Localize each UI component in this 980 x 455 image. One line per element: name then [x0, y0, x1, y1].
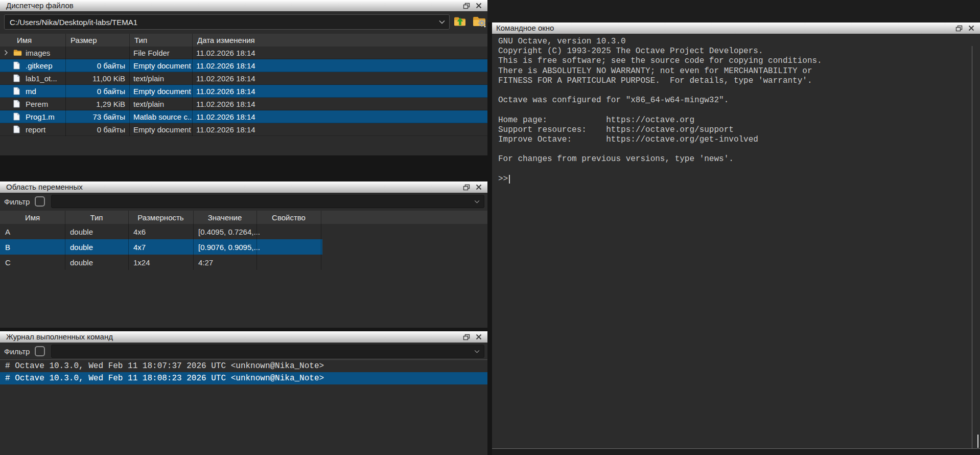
column-divider[interactable]: [192, 34, 193, 136]
command-history-dock: Журнал выполненных команд Фильтр # Octav…: [0, 331, 487, 455]
undock-button[interactable]: [460, 1, 473, 10]
history-entry[interactable]: # Octave 10.3.0, Wed Feb 11 18:08:23 202…: [0, 372, 487, 384]
column-header-type[interactable]: Тип: [129, 36, 192, 44]
workspace-titlebar[interactable]: Область переменных: [0, 181, 487, 193]
horizontal-scrollbar-track[interactable]: [492, 449, 980, 455]
terminal-line: Support resources: https://octave.org/su…: [498, 125, 980, 135]
history-titlebar[interactable]: Журнал выполненных команд: [0, 331, 487, 343]
history-entry[interactable]: # Octave 10.3.0, Wed Feb 11 18:07:37 202…: [0, 360, 487, 372]
close-button[interactable]: [965, 24, 977, 33]
file-icon: [13, 112, 22, 121]
terminal-line: There is ABSOLUTELY NO WARRANTY; not eve…: [498, 66, 980, 76]
file-name: Perem: [26, 100, 48, 108]
terminal-line: [498, 145, 980, 154]
column-divider[interactable]: [321, 211, 321, 270]
file-manager-dock: Диспетчер файлов C:/Users/Nika/Desktop/i…: [0, 0, 487, 155]
terminal-line: [498, 165, 980, 174]
command-window-title: Командное окно: [496, 22, 953, 34]
file-name: md: [26, 87, 36, 96]
prompt: >>: [498, 174, 508, 184]
filter-combobox[interactable]: [51, 345, 484, 358]
file-row[interactable]: .gitkeep 0 байты Empty document 11.02.20…: [0, 59, 487, 72]
file-icon: [13, 61, 22, 70]
file-icon: [13, 100, 22, 108]
file-row[interactable]: Perem 1,29 KiB text/plain 11.02.2026 18:…: [0, 98, 487, 110]
workspace-title: Область переменных: [6, 181, 460, 193]
undock-button[interactable]: [460, 332, 473, 342]
undock-icon: [955, 25, 963, 32]
file-manager-title: Диспетчер файлов: [6, 0, 460, 11]
file-name: .gitkeep: [26, 61, 53, 70]
file-icon: [13, 125, 22, 133]
column-header-attribute[interactable]: Свойство: [256, 213, 321, 222]
close-icon: [476, 184, 482, 190]
undock-icon: [463, 184, 470, 191]
column-divider[interactable]: [128, 211, 129, 270]
folder-actions-button[interactable]: [471, 13, 487, 30]
file-icon: [13, 74, 22, 82]
column-header-size[interactable]: Размер: [65, 36, 129, 44]
filter-combobox[interactable]: [51, 195, 484, 208]
column-header-name[interactable]: Имя: [0, 213, 65, 222]
variables-table-header: Имя Тип Размерность Значение Свойство: [0, 211, 487, 224]
close-button[interactable]: [473, 332, 485, 342]
file-icon: [13, 87, 22, 95]
undock-icon: [463, 334, 470, 340]
undock-button[interactable]: [460, 183, 473, 192]
terminal-line: Octave was configured for "x86_64-w64-mi…: [498, 96, 980, 105]
tree-expand-icon[interactable]: [4, 50, 13, 56]
chevron-down-icon: [474, 200, 480, 203]
variable-row[interactable]: A double 4x6 [0.4095, 0.7264,...: [0, 224, 487, 239]
column-header-name[interactable]: Имя: [0, 36, 65, 44]
terminal-line: Improve Octave: https://octave.org/get-i…: [498, 135, 980, 145]
undock-button[interactable]: [953, 24, 965, 33]
file-row[interactable]: lab1_ot... 11,00 KiB text/plain 11.02.20…: [0, 72, 487, 85]
history-list: # Octave 10.3.0, Wed Feb 11 18:07:37 202…: [0, 359, 487, 384]
file-row[interactable]: images File Folder 11.02.2026 18:14: [0, 47, 487, 59]
path-combobox[interactable]: C:/Users/Nika/Desktop/it-labs/TEMA1: [4, 14, 450, 30]
column-divider[interactable]: [129, 34, 130, 136]
folder-icon: [13, 49, 22, 57]
undock-icon: [463, 3, 470, 9]
filter-checkbox[interactable]: [35, 346, 45, 356]
file-name: Prog1.m: [26, 112, 55, 121]
file-name: report: [26, 125, 45, 134]
one-directory-up-button[interactable]: [452, 13, 468, 30]
file-row[interactable]: Prog1.m 73 байты Matlab source c... 11.0…: [0, 110, 487, 123]
column-header-modified[interactable]: Дата изменения: [192, 36, 487, 44]
scrollbar-track-border: [972, 46, 972, 448]
terminal-line: Home page: https://octave.org: [498, 116, 980, 125]
column-header-value[interactable]: Значение: [193, 213, 256, 222]
terminal-line: [498, 105, 980, 115]
chevron-down-icon: [439, 20, 445, 24]
column-divider[interactable]: [65, 211, 65, 270]
column-divider[interactable]: [256, 211, 257, 270]
close-button[interactable]: [473, 183, 485, 192]
file-manager-titlebar[interactable]: Диспетчер файлов: [0, 0, 487, 11]
column-header-dimension[interactable]: Размерность: [128, 213, 193, 222]
close-button[interactable]: [473, 1, 485, 10]
filter-checkbox[interactable]: [35, 196, 45, 207]
column-header-class[interactable]: Тип: [65, 213, 128, 222]
terminal-line: [498, 86, 980, 96]
variable-row[interactable]: B double 4x7 [0.9076, 0.9095,...: [0, 239, 487, 255]
chevron-down-icon: [474, 350, 480, 353]
command-window-dock: Командное окно GNU Octave, version 10.3.…: [492, 22, 980, 455]
close-icon: [476, 334, 482, 340]
variable-row[interactable]: C double 1x24 4:27: [0, 255, 487, 270]
variables-table: Имя Тип Размерность Значение Свойство A …: [0, 211, 487, 270]
terminal-line: FITNESS FOR A PARTICULAR PURPOSE. For de…: [498, 76, 980, 86]
file-row[interactable]: md 0 байты Empty document 11.02.2026 18:…: [0, 85, 487, 98]
file-row[interactable]: report 0 байты Empty document 11.02.2026…: [0, 123, 487, 136]
terminal-line: This is free software; see the source co…: [498, 56, 980, 66]
vertical-scrollbar[interactable]: [977, 435, 978, 448]
file-name: lab1_ot...: [26, 74, 57, 83]
command-window-titlebar[interactable]: Командное окно: [492, 22, 980, 34]
text-cursor: [509, 175, 510, 184]
filter-label: Фильтр: [4, 197, 30, 206]
terminal-line: Copyright (C) 1993-2025 The Octave Proje…: [498, 47, 980, 56]
terminal[interactable]: GNU Octave, version 10.3.0 Copyright (C)…: [492, 34, 980, 455]
column-divider[interactable]: [65, 34, 66, 136]
terminal-line: GNU Octave, version 10.3.0: [498, 37, 980, 47]
column-divider[interactable]: [193, 211, 194, 270]
